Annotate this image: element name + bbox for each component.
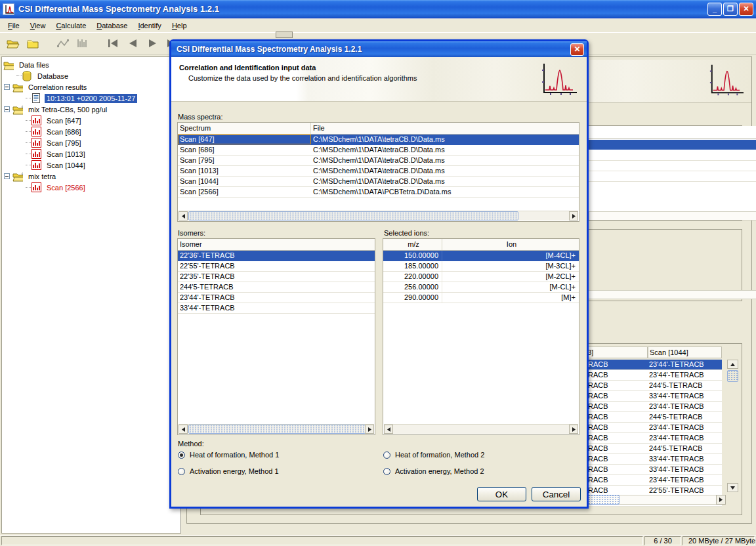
bg-hscroll[interactable]	[589, 211, 756, 220]
bg-selected-row[interactable]	[589, 140, 756, 150]
bg-right-cell[interactable]: 244'5-TETRACB	[648, 381, 722, 391]
radio-button[interactable]	[178, 468, 185, 475]
tree-item-label[interactable]: Database	[35, 72, 70, 81]
bg-right-cell[interactable]: 23'44'-TETRACB	[648, 402, 722, 412]
tree-item[interactable]: Scan [2566]	[2, 182, 180, 193]
cancel-button[interactable]: Cancel	[532, 487, 581, 501]
mass-spectra-row[interactable]: Scan [647]C:\MSDchem\1\DATA\tetraCB.D\Da…	[178, 135, 579, 145]
tree-item[interactable]: Scan [1013]	[2, 148, 180, 159]
bg-right-cell[interactable]: 33'44'-TETRACB	[648, 454, 722, 465]
bg-results-scroll-down[interactable]	[727, 483, 738, 492]
ion-row[interactable]: 185.00000[M-3CL]+	[383, 261, 579, 272]
method-option[interactable]: Heat of formation, Method 1	[178, 451, 383, 459]
dialog-titlebar[interactable]: CSI Differential Mass Spectrometry Analy…	[171, 41, 587, 57]
isomer-row[interactable]: 22'35'-TETRACB	[178, 272, 375, 282]
tree-item-label[interactable]: Scan [2566]	[45, 183, 87, 192]
tree-item[interactable]: 10:13:01 +0200 2005-11-27	[2, 93, 180, 104]
toolbar-button-partial[interactable]	[276, 32, 293, 38]
close-button[interactable]: ✕	[739, 3, 753, 16]
tree-item-label[interactable]: mix Tetra-CBs, 500 pg/ul	[26, 105, 109, 114]
tree-item-label[interactable]: Correlation results	[26, 83, 89, 92]
ok-button[interactable]: OK	[477, 487, 526, 501]
menu-view[interactable]: View	[25, 20, 51, 32]
bg-results-scroll-thumb[interactable]	[727, 370, 738, 382]
menu-database[interactable]: Database	[91, 20, 133, 32]
dialog-close-button[interactable]: ✕	[570, 43, 584, 56]
bg-right-cell[interactable]: 33'44'-TETRACB	[648, 391, 722, 402]
tree-item-label[interactable]: mix tetra	[26, 172, 58, 181]
hscroll-right-arrow[interactable]	[365, 425, 374, 434]
radio-button[interactable]	[383, 468, 390, 475]
method-option[interactable]: Activation energy, Method 2	[383, 467, 484, 475]
bg-right-cell[interactable]: 23'44'-TETRACB	[648, 360, 722, 370]
hscroll-right-arrow[interactable]	[569, 425, 578, 434]
hscroll-left-arrow[interactable]	[178, 425, 188, 434]
tree-item-label[interactable]: 10:13:01 +0200 2005-11-27	[45, 94, 137, 103]
restore-button[interactable]: ❐	[723, 3, 738, 16]
menu-identify[interactable]: Identify	[133, 20, 166, 32]
tree-item[interactable]: Data files	[2, 59, 180, 70]
mass-spectra-row[interactable]: Scan [1013]C:\MSDchem\1\DATA\tetraCB.D\D…	[178, 166, 579, 177]
tree-item-label[interactable]: Scan [647]	[45, 116, 83, 125]
bg-right-cell[interactable]: 244'5-TETRACB	[648, 444, 722, 454]
tree-expander-minus[interactable]	[4, 84, 10, 90]
hscroll-left-arrow[interactable]	[384, 425, 393, 434]
isomer-row[interactable]: 22'55'-TETRACB	[178, 261, 375, 272]
nav-next-button[interactable]	[144, 36, 160, 52]
method-option[interactable]: Activation energy, Method 1	[178, 467, 383, 475]
ions-hscrollbar[interactable]	[384, 424, 578, 434]
bg-right-cell[interactable]: 244'5-TETRACB	[648, 412, 722, 423]
radio-button[interactable]	[383, 452, 390, 459]
isomer-row[interactable]: 23'44'-TETRACB	[178, 293, 375, 303]
menu-calculate[interactable]: Calculate	[51, 20, 91, 32]
radio-button[interactable]	[178, 452, 185, 459]
nav-prev-button[interactable]	[125, 36, 140, 52]
isomers-hscrollbar[interactable]	[178, 424, 374, 434]
tree-item-label[interactable]: Data files	[17, 60, 51, 70]
mass-spectra-row[interactable]: Scan [686]C:\MSDchem\1\DATA\tetraCB.D\Da…	[178, 145, 579, 156]
tree-item-label[interactable]: Scan [1044]	[45, 161, 87, 170]
ion-row[interactable]: 220.00000[M-2CL]+	[383, 272, 579, 282]
bg-right-cell[interactable]: 23'44'-TETRACB	[648, 370, 722, 381]
tree-item[interactable]: Scan [647]	[2, 115, 180, 126]
mass-spectra-row[interactable]: Scan [795]C:\MSDchem\1\DATA\tetraCB.D\Da…	[178, 156, 579, 166]
tree-item[interactable]: Scan [686]	[2, 126, 180, 137]
method-option[interactable]: Heat of formation, Method 2	[383, 451, 484, 459]
tree-item[interactable]: cmix tetra	[2, 171, 180, 182]
new-folder-button[interactable]	[25, 36, 41, 52]
column-header-mz[interactable]: m/z	[383, 239, 442, 250]
bg-col-header-right[interactable]: Scan [1044]	[648, 346, 722, 358]
tree-item[interactable]: cmix Tetra-CBs, 500 pg/ul	[2, 104, 180, 115]
bg-results-scroll-up[interactable]	[727, 360, 738, 369]
hscroll-thumb[interactable]	[188, 425, 366, 434]
line-chart-button[interactable]	[55, 36, 71, 52]
ion-row[interactable]: 256.00000[M-CL]+	[383, 282, 579, 293]
tree-item-label[interactable]: Scan [795]	[45, 138, 83, 148]
isomer-row[interactable]: 33'44'-TETRACB	[178, 303, 375, 314]
open-file-button[interactable]	[5, 36, 21, 52]
tree-item[interactable]: Correlation results	[2, 81, 180, 93]
nav-first-button[interactable]	[105, 36, 121, 52]
bg-right-cell[interactable]: 33'44'-TETRACB	[648, 465, 722, 475]
tree-expander-minus[interactable]	[4, 173, 10, 179]
bg-right-cell[interactable]: 23'44'-TETRACB	[648, 423, 722, 433]
mass-spectra-row[interactable]: Scan [2566]C:\MSDchem\1\DATA\PCBTetra.D\…	[178, 187, 579, 198]
column-header-ion[interactable]: Ion	[442, 239, 579, 250]
column-header-file[interactable]: File	[311, 123, 579, 134]
minimize-button[interactable]: _	[707, 3, 722, 16]
mass-spectra-row[interactable]: Scan [1044]C:\MSDchem\1\DATA\tetraCB.D\D…	[178, 177, 579, 187]
menu-help[interactable]: Help	[167, 20, 192, 32]
bg-right-cell[interactable]: 23'44'-TETRACB	[648, 433, 722, 444]
bg-results-hscroll-right[interactable]	[716, 495, 726, 505]
tree-item-label[interactable]: Scan [1013]	[45, 150, 87, 159]
tree-item[interactable]: Database	[2, 70, 180, 81]
ion-row[interactable]: 150.00000[M-4CL]+	[383, 251, 579, 261]
mass-spectra-hscrollbar[interactable]	[178, 211, 578, 220]
isomer-row[interactable]: 244'5-TETRACB	[178, 282, 375, 293]
tree-item[interactable]: Scan [1044]	[2, 159, 180, 171]
ion-row[interactable]: 290.00000[M]+	[383, 293, 579, 303]
hscroll-left-arrow[interactable]	[178, 211, 188, 220]
menu-file[interactable]: File	[3, 20, 25, 32]
isomer-row[interactable]: 22'36'-TETRACB	[178, 251, 375, 261]
column-header-isomer[interactable]: Isomer	[178, 239, 375, 250]
